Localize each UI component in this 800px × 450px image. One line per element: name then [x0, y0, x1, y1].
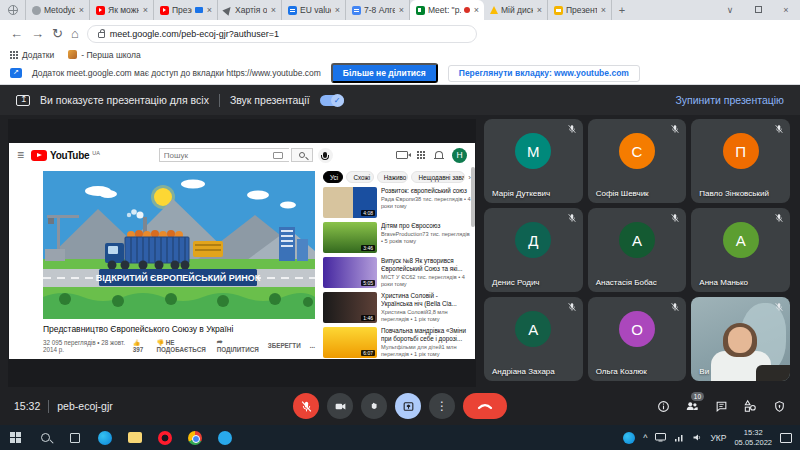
stop-presenting-button[interactable]: Зупинити презентацію	[675, 94, 784, 106]
school-bookmark[interactable]: - Перша школа	[68, 50, 141, 60]
address-bar[interactable]: meet.google.com/peb-ecoj-gjr?authuser=1	[87, 25, 477, 43]
chat-button[interactable]	[714, 399, 728, 413]
video-player[interactable]: ВІДКРИТИЙ ЄВРОПЕЙСЬКИЙ РИНОК	[43, 171, 315, 319]
restore-window-button[interactable]	[744, 5, 772, 15]
chip-recent[interactable]: Нещодавні заван	[411, 171, 465, 183]
related-video-2[interactable]: 3:46 Дітям про ЄвросоюзBraveProduction73…	[323, 222, 471, 253]
participant-tile[interactable]: Д Денис Родич	[484, 208, 583, 292]
related-video-4[interactable]: 1:46 Христина Соловій - Українська ніч (…	[323, 292, 471, 323]
dislike-button[interactable]: НЕ ПОДОБАЄТЬСЯ	[156, 339, 207, 353]
related-video-1[interactable]: 4:08 Розвиток: європейський союзРада Євр…	[323, 187, 471, 218]
raise-hand-button[interactable]	[361, 393, 387, 419]
stop-sharing-button[interactable]: Більше не ділитися	[331, 63, 438, 83]
present-screen-button[interactable]	[395, 393, 421, 419]
related-video-5[interactable]: 6:07 Повчальна мандрівка «Зміни при боро…	[323, 327, 471, 358]
tab-close-icon[interactable]: ×	[270, 5, 277, 15]
camera-toggle-button[interactable]	[327, 393, 353, 419]
tab-close-icon[interactable]: ×	[600, 5, 607, 15]
avatar: П	[723, 133, 759, 169]
back-button[interactable]: ←	[10, 27, 23, 40]
more-options-button[interactable]: ⋮	[429, 393, 455, 419]
mic-toggle-button[interactable]	[293, 393, 319, 419]
menu-icon[interactable]: ≡	[17, 148, 24, 162]
more-actions-button[interactable]: ...	[310, 342, 315, 349]
self-video-tile[interactable]: Ви	[691, 297, 790, 381]
youtube-wordmark: YouTube	[50, 150, 89, 161]
tab-search-icon[interactable]: ∨	[716, 5, 744, 15]
apps-bookmark[interactable]: Додатки	[10, 50, 54, 60]
tab-4[interactable]: Хартія осно... ×	[218, 0, 282, 20]
share-button[interactable]: ПОДІЛИТИСЯ	[217, 338, 259, 353]
participant-tile[interactable]: С Софія Шевчик	[588, 119, 687, 203]
tab-6[interactable]: 7-8 Алгебра ×	[346, 0, 410, 20]
tab-close-icon[interactable]: ×	[334, 5, 341, 15]
like-button[interactable]: 397	[133, 339, 148, 353]
avatar: О	[619, 311, 655, 347]
taskbar-app-opera[interactable]	[150, 425, 180, 450]
participant-tile[interactable]: О Ольга Козлюк	[588, 297, 687, 381]
meeting-details-button[interactable]	[656, 399, 670, 413]
scrollbar[interactable]	[471, 167, 475, 227]
chrome-icon	[188, 431, 202, 445]
participant-tile[interactable]: П Павло Зінковський	[691, 119, 790, 203]
start-button[interactable]	[0, 425, 30, 450]
leave-call-button[interactable]	[463, 393, 507, 419]
search-input[interactable]	[159, 148, 289, 162]
taskbar-app-explorer[interactable]	[120, 425, 150, 450]
tab-8[interactable]: Мій диск – ... ×	[484, 0, 548, 20]
tab-9[interactable]: Презентаці... ×	[548, 0, 612, 20]
participant-tile[interactable]: А Анна Манько	[691, 208, 790, 292]
reload-button[interactable]: ↻	[52, 27, 63, 40]
tab-close-icon[interactable]: ×	[78, 5, 85, 15]
forward-button[interactable]: →	[31, 27, 44, 40]
tab-7-meet-active[interactable]: Meet: "p... ×	[410, 0, 484, 20]
related-video-3[interactable]: 5:05 Випуск №8 Як утворився Європейський…	[323, 257, 471, 288]
taskbar-app-edge[interactable]	[90, 425, 120, 450]
create-video-icon[interactable]	[396, 151, 408, 159]
new-tab-button[interactable]: +	[612, 0, 632, 20]
tab-close-icon[interactable]: ×	[206, 5, 213, 15]
task-view-button[interactable]	[60, 425, 90, 450]
tab-1[interactable]: Metodydni... ×	[26, 0, 90, 20]
chip-all[interactable]: Усі	[323, 171, 343, 183]
taskbar-app-telegram[interactable]	[210, 425, 240, 450]
tab-close-icon[interactable]: ×	[398, 5, 405, 15]
chip-live[interactable]: Наживо	[377, 171, 409, 183]
tab-5[interactable]: EU values th... ×	[282, 0, 346, 20]
taskbar-app-chrome[interactable]	[180, 425, 210, 450]
home-button[interactable]: ⌂	[71, 27, 79, 40]
view-tab-button[interactable]: Переглянути вкладку: www.youtube.com	[448, 65, 640, 82]
participant-tile[interactable]: М Марія Дуткевич	[484, 119, 583, 203]
language-indicator[interactable]: УКР	[710, 433, 726, 443]
host-controls-button[interactable]	[772, 399, 786, 413]
participant-tile[interactable]: А Анастасія Бобас	[588, 208, 687, 292]
account-avatar[interactable]: Н	[452, 148, 467, 163]
participant-tile[interactable]: А Андріана Захара	[484, 297, 583, 381]
volume-icon[interactable]	[692, 433, 702, 442]
tab-close-icon[interactable]: ×	[473, 5, 480, 15]
close-window-button[interactable]: ×	[772, 5, 800, 15]
participants-button[interactable]: 10	[685, 399, 699, 413]
display-icon[interactable]	[655, 433, 666, 442]
tab-3-sharing[interactable]: Презентаці... ×	[154, 0, 218, 20]
taskbar-clock[interactable]: 15:32 05.05.2022	[734, 428, 772, 447]
save-button[interactable]: ЗБЕРЕГТИ	[268, 342, 301, 349]
youtube-logo[interactable]: YouTube UA	[31, 150, 100, 161]
apps-grid-icon[interactable]	[417, 151, 426, 160]
voice-search-button[interactable]	[318, 148, 333, 163]
taskbar-search-button[interactable]	[30, 425, 60, 450]
chip-related[interactable]: Схожі	[346, 171, 373, 183]
presentation-sound-toggle[interactable]	[320, 95, 344, 106]
action-center-icon[interactable]	[780, 433, 792, 443]
tray-browser-icon[interactable]	[623, 432, 635, 444]
tab-close-icon[interactable]: ×	[536, 5, 543, 15]
hidden-icons-chevron[interactable]: ^	[643, 433, 647, 443]
notifications-bell-icon[interactable]	[435, 151, 443, 159]
tab-close-icon[interactable]: ×	[142, 5, 149, 15]
pinned-tab[interactable]	[0, 0, 26, 20]
activities-button[interactable]	[743, 399, 757, 413]
search-button[interactable]	[291, 148, 313, 162]
tab-2[interactable]: Як можна ка... ×	[90, 0, 154, 20]
keyboard-icon[interactable]	[273, 152, 283, 159]
network-icon[interactable]	[674, 433, 684, 442]
